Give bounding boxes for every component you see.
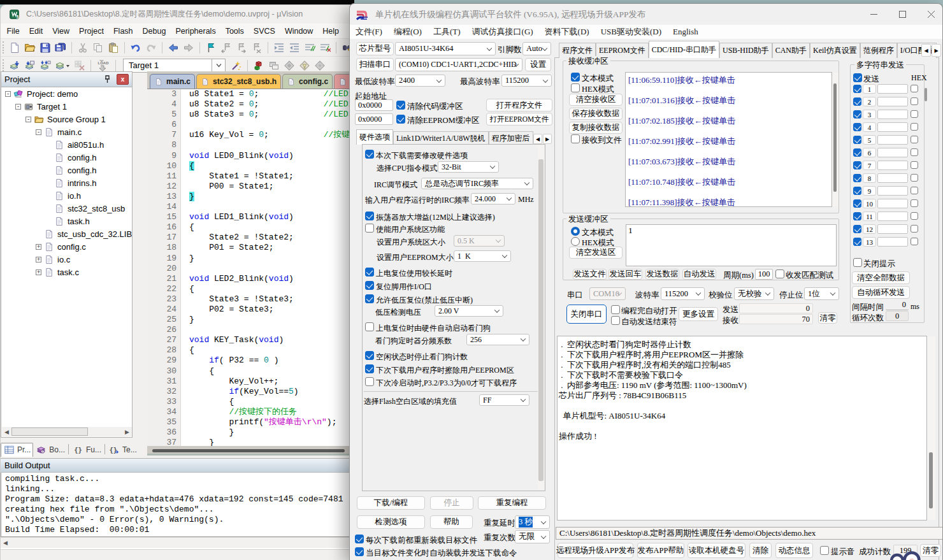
stc-menu-item[interactable]: English <box>667 26 704 38</box>
uv-menu-debug[interactable]: Debug <box>138 25 171 37</box>
page-scrollbar-thumb[interactable] <box>925 88 927 101</box>
more-settings-button[interactable]: 更多设置 <box>679 307 718 321</box>
multi-row-checkbox[interactable] <box>853 174 861 182</box>
scroll-left-arrow-icon[interactable]: ◀ <box>2 427 11 436</box>
open-eeprom-file-button[interactable]: 打开EEPROM文件 <box>486 113 552 126</box>
multi-row-checkbox[interactable] <box>853 161 861 169</box>
hw-option-checkbox[interactable] <box>365 212 374 220</box>
hw-option-select[interactable]: 32-Bit <box>438 161 499 173</box>
tab-scroll-right-icon[interactable]: ▶ <box>543 134 552 144</box>
hw-panel-scrollbar[interactable] <box>538 145 544 490</box>
multi-row-input[interactable] <box>877 224 908 234</box>
autoload-on-change-checkbox[interactable] <box>355 547 364 556</box>
editor-hscrollbar[interactable] <box>151 448 351 454</box>
multi-row-number-button[interactable]: 6 <box>863 148 876 157</box>
tree-item[interactable]: -io.h <box>1 189 132 202</box>
uv-menu-flash[interactable]: Flash <box>108 25 138 37</box>
bookmark-next-icon[interactable] <box>236 42 247 54</box>
hw-option-checkbox[interactable] <box>365 322 374 331</box>
multi-row-number-button[interactable]: 8 <box>863 173 876 183</box>
multi-row-hex-checkbox[interactable] <box>911 123 918 131</box>
status-log-area[interactable]: . 空闲状态时看门狗定时器停止计数 . 下次下载用户程序时,将用户EEPROM区… <box>557 336 927 521</box>
paste-icon[interactable] <box>108 42 119 54</box>
project-hscrollbar[interactable]: ◀ ▶ <box>2 427 132 436</box>
multi-row-number-button[interactable]: 3 <box>863 110 876 119</box>
chip-model-select[interactable]: AI8051U-34K64 <box>395 42 496 55</box>
save-all-icon[interactable] <box>55 42 66 54</box>
tree-item[interactable]: +task.c <box>1 266 132 278</box>
multi-row-input[interactable] <box>877 148 908 157</box>
close-panel-icon[interactable]: x <box>117 74 129 85</box>
repeat-count-select[interactable]: 无限 <box>515 530 550 543</box>
hw-tab-2[interactable]: 程序加密后 <box>489 131 533 145</box>
workspace-tab-Fu[interactable]: {}Fu... <box>70 443 103 457</box>
hw-option-checkbox[interactable] <box>365 364 374 373</box>
hw-option-checkbox[interactable] <box>365 377 374 386</box>
multi-row-number-button[interactable]: 7 <box>863 161 876 170</box>
build-output-log[interactable]: compiling task.c... linking... Program S… <box>1 473 355 537</box>
main-tab-scroll-left-icon[interactable]: ◀ <box>921 44 931 57</box>
tree-item[interactable]: -Target 1 <box>1 100 132 113</box>
stc-menu-item[interactable]: USB驱动安装(D) <box>595 25 667 38</box>
tree-item[interactable]: -Source Group 1 <box>1 113 132 126</box>
repeat-delay-select[interactable]: 3 秒 <box>515 515 550 529</box>
build-output-hscrollbar[interactable]: ◀ <box>1 537 355 548</box>
uv-menu-file[interactable]: File <box>2 25 24 37</box>
serial-port-name-select[interactable]: COM10 <box>589 287 626 300</box>
multi-row-number-button[interactable]: 12 <box>863 224 876 234</box>
editor-tab-stc32_stc8_usb.h[interactable]: stc32_stc8_usb.h <box>196 74 281 89</box>
hw-tab-1[interactable]: Link1D/Writer1A/U8W脱机 <box>393 131 489 145</box>
receive-text-mode-checkbox[interactable] <box>571 73 580 82</box>
multi-row-checkbox[interactable] <box>853 199 861 208</box>
uncomment-icon[interactable] <box>319 42 331 54</box>
open-program-file-button[interactable]: 打开程序文件 <box>486 99 552 111</box>
multi-row-number-button[interactable]: 5 <box>863 135 876 145</box>
multi-row-hex-checkbox[interactable] <box>911 161 918 169</box>
copy-receive-button[interactable]: 复制接收数据 <box>569 122 623 134</box>
publish-app-help-button[interactable]: 发布APP帮助 <box>637 543 684 558</box>
receive-log-scrollbar[interactable] <box>832 73 839 206</box>
download-icon[interactable]: LOAD <box>96 60 110 71</box>
clear-receive-button[interactable]: 清空接收区 <box>569 94 623 106</box>
multi-row-hex-checkbox[interactable] <box>911 238 918 245</box>
manage-layout-icon[interactable] <box>268 60 280 71</box>
tree-item[interactable]: -stc_usb_cdc_32.LIB <box>1 227 132 240</box>
bookmark-icon[interactable] <box>205 42 217 54</box>
chip-model-button[interactable]: 芯片型号 <box>356 42 394 55</box>
multi-row-checkbox[interactable] <box>853 123 861 131</box>
uvision-titlebar[interactable]: 5 C:\Users\86181\Desktop\8.定时器周期性调度任务\de… <box>1 5 355 24</box>
hw-option-select[interactable]: 24.000 <box>471 193 515 205</box>
hw-option-checkbox[interactable] <box>365 268 374 276</box>
multi-row-checkbox[interactable] <box>853 148 861 157</box>
chevron-down-icon[interactable] <box>212 59 226 73</box>
outdent-icon[interactable] <box>289 42 300 54</box>
tree-item[interactable]: -Project: demo <box>1 87 132 100</box>
redo-icon[interactable] <box>145 42 157 54</box>
clear-log-button[interactable]: 清除 <box>749 543 772 558</box>
manage-rte-icon[interactable] <box>253 60 264 71</box>
tree-item[interactable]: -intrins.h <box>1 176 132 189</box>
stc-menu-item[interactable]: 资料下载(D) <box>539 25 595 38</box>
multi-row-hex-checkbox[interactable] <box>911 212 918 220</box>
options-wand-icon[interactable] <box>231 60 242 71</box>
clear-all-data-button[interactable]: 清空全部数据 <box>852 271 910 284</box>
port-settings-button[interactable]: 设置 <box>525 58 551 71</box>
status-log-scrollbar[interactable] <box>927 336 935 520</box>
clear-send-button[interactable]: 清空发送区 <box>569 247 623 259</box>
send-content-textarea[interactable]: 1 <box>626 224 837 266</box>
multi-row-input[interactable] <box>877 237 908 247</box>
interval-input[interactable]: 0 <box>886 299 909 310</box>
maximize-button[interactable] <box>897 9 908 20</box>
tree-item[interactable]: -config.h <box>1 151 132 164</box>
stop-button[interactable]: 停止 <box>430 496 473 510</box>
hw-option-select[interactable]: 256 <box>466 334 529 345</box>
multi-row-checkbox[interactable] <box>853 97 861 106</box>
bookmark-clear-icon[interactable] <box>251 42 263 54</box>
pin-count-select[interactable]: Auto <box>522 42 551 55</box>
stc-menu-item[interactable]: 工具(T) <box>428 25 466 38</box>
clear-eeprom-buffer-checkbox[interactable] <box>396 115 405 124</box>
receive-to-file-checkbox[interactable] <box>571 134 580 143</box>
main-tab-4[interactable]: CAN助手 <box>772 43 810 58</box>
tree-item[interactable]: -ai8051u.h <box>1 138 132 151</box>
hw-option-select[interactable]: 0.5 K <box>454 235 505 247</box>
